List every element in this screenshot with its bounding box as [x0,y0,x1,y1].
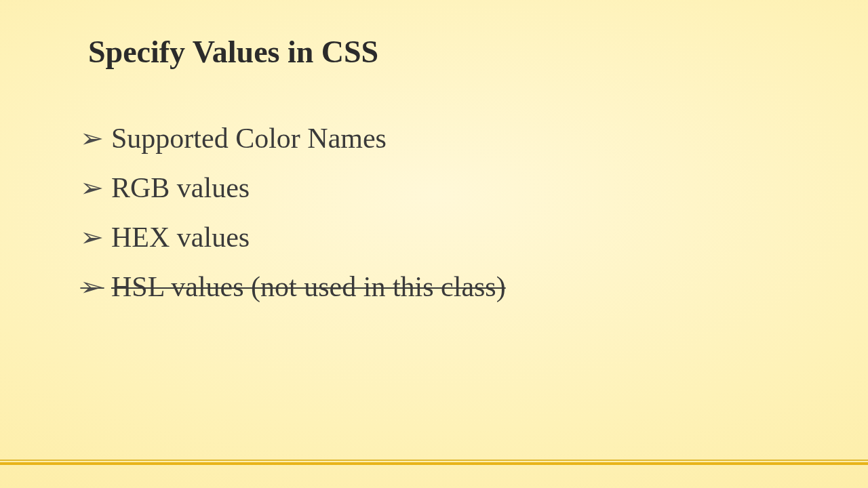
chevron-icon: ➢ [80,268,104,306]
list-item-label: HSL values (not used in this class) [111,271,506,302]
bullet-list: ➢ Supported Color Names ➢ RGB values ➢ H… [81,117,787,308]
list-item-label: Supported Color Names [111,123,387,154]
list-item-label: RGB values [111,172,250,203]
slide-title: Specify Values in CSS [88,34,787,70]
footer-divider [0,460,868,464]
list-item-label: HEX values [111,222,250,253]
list-item: ➢ HEX values [81,216,787,259]
chevron-icon: ➢ [80,119,104,158]
list-item-strikethrough: ➢ HSL values (not used in this class) [81,266,787,308]
list-item: ➢ Supported Color Names [81,117,787,160]
chevron-icon: ➢ [80,218,104,257]
slide: Specify Values in CSS ➢ Supported Color … [0,0,868,488]
chevron-icon: ➢ [80,169,104,207]
list-item: ➢ RGB values [81,167,787,209]
